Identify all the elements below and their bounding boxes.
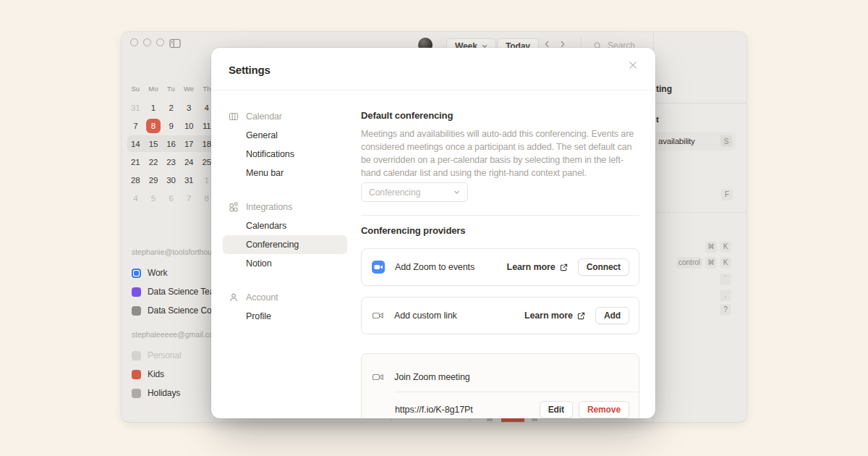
- calendar-name: Data Science Team: [148, 287, 221, 297]
- provider-card-zoom: Add Zoom to events Learn more Connect: [361, 248, 639, 286]
- mini-calendar-date-cell[interactable]: 16: [162, 140, 180, 148]
- settings-nav-section: IntegrationsCalendarsConferencingNotion: [223, 198, 347, 273]
- shortcut-row: .: [720, 289, 731, 301]
- settings-nav-item-general[interactable]: General: [223, 126, 347, 145]
- mini-calendar-date-cell[interactable]: 31: [180, 176, 198, 185]
- settings-nav-item-notifications[interactable]: Notifications: [223, 145, 347, 164]
- window-controls: [130, 38, 164, 46]
- remove-button[interactable]: Remove: [579, 401, 629, 418]
- calendar-name: Kids: [148, 369, 164, 379]
- panel-divider: [654, 103, 746, 104]
- connect-button[interactable]: Connect: [578, 258, 629, 276]
- integrations-icon: [229, 202, 239, 212]
- calendar-event-fragment: [532, 418, 537, 421]
- mini-calendar-date-cell[interactable]: 21: [127, 158, 145, 166]
- mini-calendar-week-row: 7891011: [127, 117, 218, 135]
- meeting-url: https://f.io/K-8g17Pt: [395, 405, 473, 415]
- mini-calendar-date-cell[interactable]: 29: [145, 176, 163, 185]
- settings-nav: CalendarGeneralNotificationsMenu barInte…: [223, 107, 347, 341]
- mini-calendar-date-cell[interactable]: 17: [180, 140, 198, 148]
- meeting-label: Join Zoom meeting: [394, 372, 470, 382]
- settings-nav-section: AccountProfile: [223, 288, 347, 326]
- context-panel: ting t availability S F ⌘Kcontrol⌘Kenu`.…: [653, 32, 746, 422]
- learn-more-link[interactable]: Learn more: [507, 262, 568, 272]
- calendar-name: Holidays: [148, 388, 180, 398]
- mini-calendar-date-cell[interactable]: 9: [162, 122, 180, 130]
- calendar-color-checkbox[interactable]: [132, 306, 141, 316]
- external-link-icon: [577, 312, 585, 320]
- content-divider: [361, 215, 639, 216]
- mini-calendar-date-cell[interactable]: 5: [145, 194, 163, 203]
- mini-calendar-date-cell[interactable]: 4: [127, 194, 145, 203]
- prev-period-button[interactable]: [544, 41, 550, 48]
- mini-calendar-date-cell[interactable]: 30: [162, 176, 180, 185]
- mini-calendar-day-headers: SuMoTuWeTh: [127, 82, 218, 98]
- mini-calendar-date-cell[interactable]: 7: [127, 122, 145, 130]
- shortcut-row: ⌘K: [705, 240, 731, 253]
- calendar-color-checkbox[interactable]: [132, 389, 141, 398]
- availability-button[interactable]: availability S: [654, 132, 736, 151]
- mini-calendar-date-cell[interactable]: 22: [145, 158, 163, 166]
- provider-card-custom-link: Add custom link Learn more Add: [361, 297, 639, 334]
- shortcut-key: ⌘: [705, 241, 717, 253]
- provider-label: Add custom link: [394, 311, 457, 321]
- close-window-button[interactable]: [130, 38, 138, 46]
- shortcut-row: uts?: [720, 303, 731, 316]
- sidebar-toggle-icon[interactable]: [169, 38, 181, 48]
- conferencing-dropdown[interactable]: Conferencing: [361, 182, 468, 202]
- mini-calendar-day-header: We: [180, 82, 198, 98]
- mini-calendar-date-cell[interactable]: 1: [145, 104, 163, 112]
- shortcut-row: control⌘K: [676, 256, 731, 269]
- settings-title: Settings: [229, 64, 271, 76]
- default-conferencing-heading: Default conferencing: [361, 110, 453, 121]
- mini-calendar-date-cell[interactable]: 23: [162, 158, 180, 166]
- settings-nav-section: CalendarGeneralNotificationsMenu bar: [223, 107, 347, 182]
- add-button[interactable]: Add: [595, 307, 629, 324]
- settings-nav-section-header: Calendar: [223, 107, 347, 126]
- mini-calendar-week-row: 45678: [127, 189, 218, 207]
- zoom-window-button[interactable]: [156, 38, 164, 46]
- settings-nav-item-menu-bar[interactable]: Menu bar: [223, 164, 347, 182]
- learn-more-link[interactable]: Learn more: [524, 311, 585, 321]
- mini-calendar-date-cell[interactable]: 31: [127, 104, 145, 112]
- camera-icon: [372, 371, 384, 383]
- mini-calendar-date-cell[interactable]: 15: [145, 140, 163, 148]
- provider-label: Add Zoom to events: [395, 262, 475, 272]
- shortcut-key: K: [720, 257, 731, 269]
- mini-calendar-date-cell[interactable]: 14: [127, 140, 145, 148]
- settings-nav-item-calendars[interactable]: Calendars: [223, 216, 347, 235]
- mini-calendar-date-cell[interactable]: 6: [162, 194, 180, 203]
- calendar-color-checkbox[interactable]: [132, 351, 141, 360]
- default-conferencing-description: Meetings and availabilities will auto-ad…: [361, 127, 634, 180]
- f-shortcut-key: F: [721, 189, 733, 200]
- settings-nav-section-label: Account: [246, 292, 278, 303]
- mini-calendar-date-cell[interactable]: 2: [162, 104, 180, 112]
- calendar-color-checkbox[interactable]: [132, 370, 141, 379]
- settings-nav-item-profile[interactable]: Profile: [223, 307, 347, 326]
- chevron-down-icon: [454, 189, 460, 195]
- next-period-button[interactable]: [560, 41, 566, 48]
- calendar-name: Data Science Core: [148, 305, 219, 316]
- settings-nav-item-notion[interactable]: Notion: [223, 254, 347, 273]
- mini-calendar-date-cell[interactable]: 3: [180, 104, 198, 112]
- shortcut-key: K: [720, 241, 731, 253]
- provider-card-joined-meeting: Join Zoom meeting https://f.io/K-8g17Pt …: [361, 353, 639, 418]
- settings-nav-item-conferencing[interactable]: Conferencing: [223, 235, 347, 254]
- minimize-window-button[interactable]: [143, 38, 151, 46]
- mini-calendar: SuMoTuWeTh 31123478910111415161718212223…: [127, 82, 218, 207]
- shortcut-row: enu`: [720, 273, 731, 285]
- calendar-color-checkbox[interactable]: [132, 269, 141, 278]
- mini-calendar-today-cell[interactable]: 8: [145, 122, 163, 130]
- mini-calendar-date-cell[interactable]: 28: [127, 176, 145, 185]
- shortcut-key: control: [676, 257, 702, 269]
- mini-calendar-week-row: 1415161718: [127, 135, 218, 153]
- mini-calendar-date-cell[interactable]: 10: [180, 122, 198, 130]
- conferencing-dropdown-placeholder: Conferencing: [369, 187, 420, 198]
- settings-nav-section-header: Account: [223, 288, 347, 307]
- mini-calendar-date-cell[interactable]: 24: [180, 158, 198, 166]
- edit-button[interactable]: Edit: [540, 401, 573, 418]
- mini-calendar-date-cell[interactable]: 7: [180, 194, 198, 203]
- learn-more-label: Learn more: [524, 311, 573, 321]
- shortcut-key: `: [720, 274, 731, 285]
- calendar-color-checkbox[interactable]: [132, 287, 141, 297]
